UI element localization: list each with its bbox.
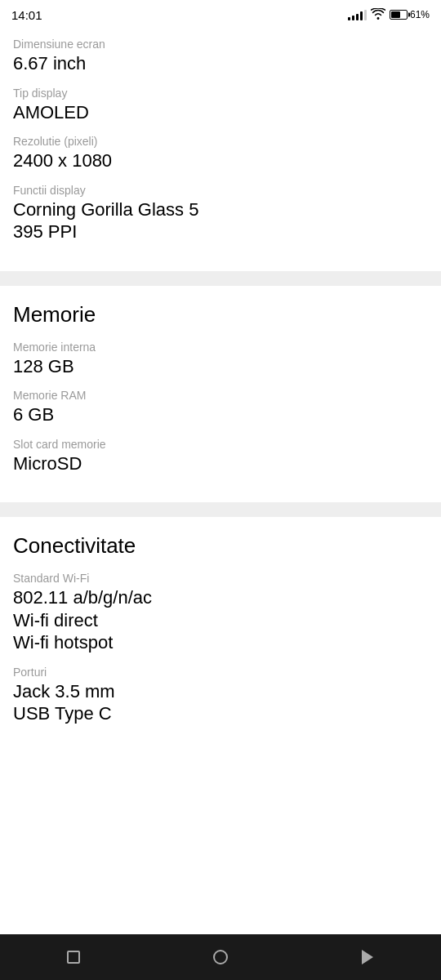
spec-item-internal-memory: Memorie interna 128 GB <box>13 341 428 378</box>
status-time: 14:01 <box>11 8 42 22</box>
divider-2 <box>0 502 441 517</box>
spec-item-display-type: Tip display AMOLED <box>13 87 428 124</box>
spec-value-wifi: 802.11 a/b/g/n/acWi-fi directWi-fi hotsp… <box>13 586 428 654</box>
recent-apps-icon <box>67 951 80 964</box>
spec-value-ram: 6 GB <box>13 403 428 426</box>
spec-value-ports: Jack 3.5 mmUSB Type C <box>13 680 428 725</box>
battery-fill <box>391 11 400 18</box>
home-icon <box>213 950 228 964</box>
battery-container: 61% <box>390 9 430 20</box>
spec-label-resolution: Rezolutie (pixeli) <box>13 135 428 148</box>
spec-value-display-features: Corning Gorilla Glass 5395 PPI <box>13 198 428 243</box>
back-button[interactable] <box>354 944 381 970</box>
battery-percent: 61% <box>410 9 430 20</box>
spec-item-resolution: Rezolutie (pixeli) 2400 x 1080 <box>13 135 428 172</box>
spec-value-resolution: 2400 x 1080 <box>13 149 428 172</box>
spec-item-wifi: Standard Wi-Fi 802.11 a/b/g/n/acWi-fi di… <box>13 572 428 654</box>
spec-label-screen-size: Dimensiune ecran <box>13 38 428 51</box>
conectivitate-heading: Conectivitate <box>13 533 428 559</box>
spec-item-ram: Memorie RAM 6 GB <box>13 389 428 426</box>
battery-icon <box>390 10 408 20</box>
spec-label-ports: Porturi <box>13 666 428 679</box>
display-section: Dimensiune ecran 6.67 inch Tip display A… <box>0 29 441 271</box>
divider-1 <box>0 271 441 286</box>
spec-label-internal-memory: Memorie interna <box>13 341 428 354</box>
wifi-icon <box>371 8 385 22</box>
spec-label-card-slot: Slot card memorie <box>13 438 428 451</box>
spec-label-display-features: Functii display <box>13 184 428 197</box>
home-button[interactable] <box>207 944 234 970</box>
spec-item-card-slot: Slot card memorie MicroSD <box>13 438 428 475</box>
back-icon <box>362 950 373 964</box>
signal-icon <box>348 9 367 20</box>
spec-item-display-features: Functii display Corning Gorilla Glass 53… <box>13 184 428 243</box>
status-bar: 14:01 61% <box>0 0 441 29</box>
spec-item-ports: Porturi Jack 3.5 mmUSB Type C <box>13 666 428 725</box>
spec-label-wifi: Standard Wi-Fi <box>13 572 428 585</box>
spec-label-display-type: Tip display <box>13 87 428 100</box>
spec-label-ram: Memorie RAM <box>13 389 428 402</box>
spec-value-internal-memory: 128 GB <box>13 355 428 378</box>
spec-value-display-type: AMOLED <box>13 101 428 124</box>
nav-bar <box>0 934 441 980</box>
memorie-section: Memorie Memorie interna 128 GB Memorie R… <box>0 286 441 503</box>
spec-value-screen-size: 6.67 inch <box>13 52 428 75</box>
spec-value-card-slot: MicroSD <box>13 452 428 475</box>
recent-apps-button[interactable] <box>60 944 87 970</box>
spec-item-screen-size: Dimensiune ecran 6.67 inch <box>13 38 428 75</box>
conectivitate-section: Conectivitate Standard Wi-Fi 802.11 a/b/… <box>0 517 441 753</box>
main-content: Dimensiune ecran 6.67 inch Tip display A… <box>0 29 441 799</box>
memorie-heading: Memorie <box>13 302 428 327</box>
status-icons: 61% <box>348 8 430 22</box>
